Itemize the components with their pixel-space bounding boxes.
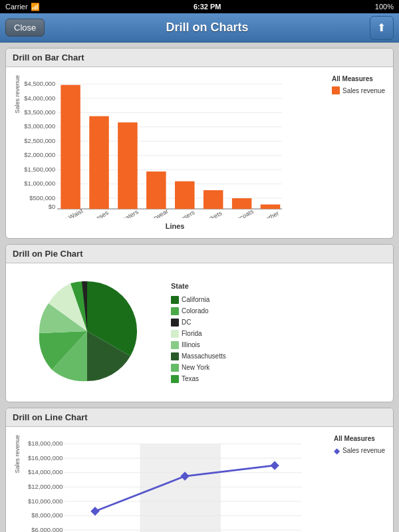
pie-label-dc: DC xyxy=(182,319,191,326)
svg-text:$2,500,000: $2,500,000 xyxy=(24,138,55,144)
svg-text:$0: $0 xyxy=(49,203,55,210)
svg-rect-27 xyxy=(261,204,281,209)
svg-text:$12,000,000: $12,000,000 xyxy=(28,483,63,490)
pie-label-california: California xyxy=(182,296,209,303)
battery-label: 100% xyxy=(375,3,394,11)
line-chart-svg: $18,000,000 $16,000,000 $14,000,000 $12,… xyxy=(23,435,329,532)
nav-bar: Close Drill on Charts ⬆ xyxy=(0,13,399,43)
svg-text:$4,500,000: $4,500,000 xyxy=(24,80,55,87)
bar-x-axis-label: Lines xyxy=(23,222,327,230)
share-button[interactable]: ⬆ xyxy=(370,16,394,40)
svg-text:Trousers: Trousers xyxy=(172,209,196,218)
wifi-icon: 📶 xyxy=(31,3,40,11)
bar-chart-area: Sales revenue $4,500,000 $4,000,000 $3,5… xyxy=(11,72,388,233)
pie-label-newyork: New York xyxy=(182,364,209,371)
line-legend-icon: ◆ xyxy=(334,446,340,456)
svg-rect-24 xyxy=(175,182,195,209)
bar-chart-container: Drill on Bar Chart Sales revenue $4,500,… xyxy=(5,48,394,239)
pie-chart-svg xyxy=(14,271,160,391)
pie-color-texas xyxy=(171,375,179,383)
svg-rect-25 xyxy=(203,190,223,209)
pie-legend-colorado: Colorado xyxy=(171,307,226,315)
pie-color-massachusetts xyxy=(171,352,179,360)
pie-legend-title: State xyxy=(171,282,226,290)
line-chart-area: Sales revenue $18,000,000 $16,000,000 $1… xyxy=(11,432,388,532)
svg-text:$18,000,000: $18,000,000 xyxy=(28,440,63,447)
svg-text:$8,000,000: $8,000,000 xyxy=(31,511,63,519)
pie-legend-dc: DC xyxy=(171,319,226,327)
bar-chart-svg: $4,500,000 $4,000,000 $3,500,000 $3,000,… xyxy=(23,75,327,218)
bar-chart-title: Drill on Bar Chart xyxy=(6,49,393,67)
svg-text:$2,000,000: $2,000,000 xyxy=(24,152,55,158)
status-bar-right: 100% xyxy=(375,3,394,11)
svg-rect-26 xyxy=(232,198,252,209)
svg-text:Dresses: Dresses xyxy=(86,209,110,218)
pie-label-colorado: Colorado xyxy=(182,307,209,315)
pie-chart-title: Drill on Pie Chart xyxy=(6,245,393,263)
line-chart-container: Drill on Line Chart Sales revenue $18,00… xyxy=(5,408,394,532)
svg-text:Sweaters: Sweaters xyxy=(114,208,140,217)
svg-text:$4,000,000: $4,000,000 xyxy=(24,95,55,102)
pie-legend-california: California xyxy=(171,296,226,304)
line-chart-legend: All Measures ◆ Sales revenue xyxy=(334,435,385,456)
pie-color-newyork xyxy=(171,364,179,372)
line-legend-title: All Measures xyxy=(334,435,385,442)
svg-marker-61 xyxy=(270,461,279,470)
pie-label-massachusetts: Massachusetts xyxy=(182,352,226,360)
carrier-label: Carrier xyxy=(5,3,28,11)
share-icon: ⬆ xyxy=(377,21,386,34)
status-bar: Carrier 📶 6:32 PM 100% xyxy=(0,0,399,13)
bar-legend-item: Sales revenue xyxy=(332,86,385,94)
pie-chart-svg-container xyxy=(14,271,160,394)
svg-rect-22 xyxy=(118,122,138,209)
svg-text:Jackets: Jackets xyxy=(201,209,223,217)
svg-text:$1,500,000: $1,500,000 xyxy=(24,166,55,173)
bar-legend-label: Sales revenue xyxy=(342,87,385,94)
main-content: Drill on Bar Chart Sales revenue $4,500,… xyxy=(0,43,399,532)
svg-text:$500,000: $500,000 xyxy=(29,195,55,201)
close-button[interactable]: Close xyxy=(5,19,45,37)
status-bar-left: Carrier 📶 xyxy=(5,3,40,11)
svg-text:$16,000,000: $16,000,000 xyxy=(28,454,63,461)
nav-title: Drill on Charts xyxy=(166,21,249,35)
pie-color-florida xyxy=(171,330,179,338)
pie-chart-container: Drill on Pie Chart xyxy=(5,244,394,402)
line-legend-label: Sales revenue xyxy=(342,447,385,454)
status-time: 6:32 PM xyxy=(194,3,221,11)
svg-rect-20 xyxy=(61,85,80,209)
pie-legend-illinois: Illinois xyxy=(171,341,226,349)
bar-y-axis-label: Sales revenue xyxy=(14,75,21,114)
pie-color-california xyxy=(171,296,179,304)
svg-rect-21 xyxy=(89,116,109,209)
line-chart-title: Drill on Line Chart xyxy=(6,408,393,427)
pie-legend-newyork: New York xyxy=(171,364,226,372)
bar-chart-legend: All Measures Sales revenue xyxy=(332,75,385,94)
pie-chart-area: State California Colorado DC Florida xyxy=(11,269,388,396)
pie-label-texas: Texas xyxy=(182,375,199,382)
svg-text:$14,000,000: $14,000,000 xyxy=(28,468,63,475)
svg-text:$3,000,000: $3,000,000 xyxy=(24,123,55,130)
svg-text:Leather: Leather xyxy=(259,209,281,217)
line-y-axis-label: Sales revenue xyxy=(14,435,21,473)
line-chart-inner: $18,000,000 $16,000,000 $14,000,000 $12,… xyxy=(23,435,329,532)
svg-marker-59 xyxy=(90,507,100,516)
pie-legend-florida: Florida xyxy=(171,330,226,338)
svg-text:$6,000,000: $6,000,000 xyxy=(31,525,63,532)
pie-label-florida: Florida xyxy=(182,330,202,337)
svg-text:$3,500,000: $3,500,000 xyxy=(24,109,55,116)
pie-chart-legend: State California Colorado DC Florida xyxy=(171,282,226,383)
pie-color-colorado xyxy=(171,307,179,315)
line-legend-item: ◆ Sales revenue xyxy=(334,446,385,456)
svg-text:$1,000,000: $1,000,000 xyxy=(24,180,55,187)
bar-legend-title: All Measures xyxy=(332,75,385,82)
pie-legend-massachusetts: Massachusetts xyxy=(171,352,226,360)
svg-rect-23 xyxy=(146,172,166,209)
bar-chart-inner: $4,500,000 $4,000,000 $3,500,000 $3,000,… xyxy=(23,75,327,230)
pie-color-illinois xyxy=(171,341,179,349)
pie-legend-texas: Texas xyxy=(171,375,226,383)
svg-text:$10,000,000: $10,000,000 xyxy=(28,497,63,504)
pie-color-dc xyxy=(171,319,179,327)
pie-label-illinois: Illinois xyxy=(182,341,200,348)
bar-legend-color xyxy=(332,86,340,94)
